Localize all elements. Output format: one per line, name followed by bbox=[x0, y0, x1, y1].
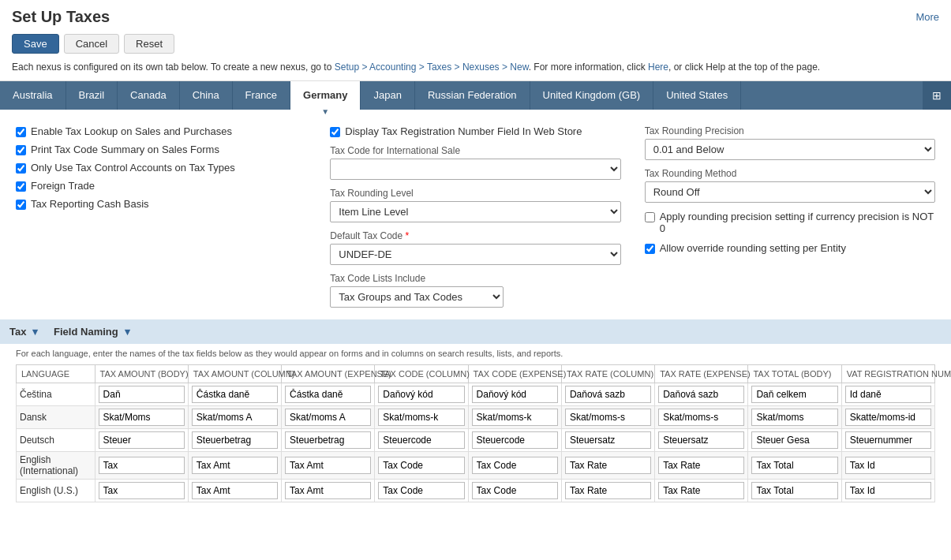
field-input[interactable] bbox=[472, 457, 558, 474]
field-cell bbox=[748, 383, 841, 406]
allow-override-label[interactable]: Allow override rounding setting per Enti… bbox=[660, 242, 846, 254]
field-input[interactable] bbox=[565, 482, 651, 499]
field-cell bbox=[561, 480, 654, 502]
tab-item-germany[interactable]: Germany bbox=[290, 81, 361, 110]
setup-link[interactable]: Setup > Accounting > Taxes > Nexuses > N… bbox=[335, 62, 529, 73]
tab-item-brazil[interactable]: Brazil bbox=[66, 81, 118, 110]
section-dot1[interactable]: ▾ bbox=[32, 326, 38, 338]
col1-checkbox-label[interactable]: Enable Tax Lookup on Sales and Purchases bbox=[31, 125, 232, 137]
section-dot2[interactable]: ▾ bbox=[125, 326, 130, 338]
field-input[interactable] bbox=[845, 457, 931, 474]
here-link[interactable]: Here bbox=[648, 62, 668, 73]
field-input[interactable] bbox=[472, 431, 558, 449]
field-input[interactable] bbox=[658, 386, 744, 403]
col1-checkbox-cb4[interactable] bbox=[16, 181, 26, 192]
tab-item-australia[interactable]: Australia bbox=[0, 81, 66, 110]
field-cell bbox=[375, 383, 468, 406]
allow-override-row: Allow override rounding setting per Enti… bbox=[645, 242, 935, 254]
field-input[interactable] bbox=[378, 431, 464, 449]
col1-checkbox-cb3[interactable] bbox=[16, 163, 26, 174]
field-input[interactable] bbox=[192, 431, 278, 449]
col1-checkbox-cb2[interactable] bbox=[16, 145, 26, 155]
tab-item-russian-federation[interactable]: Russian Federation bbox=[415, 81, 530, 110]
field-input[interactable] bbox=[751, 386, 837, 403]
field-input[interactable] bbox=[565, 431, 651, 449]
method-select[interactable]: Round OffRound UpRound Down bbox=[645, 181, 935, 203]
field-input[interactable] bbox=[845, 386, 931, 403]
apply-rounding-checkbox[interactable] bbox=[645, 212, 655, 222]
apply-rounding-label[interactable]: Apply rounding precision setting if curr… bbox=[660, 211, 935, 234]
field-input[interactable] bbox=[845, 409, 931, 426]
field-input[interactable] bbox=[99, 386, 185, 403]
col2: Display Tax Registration Number Field In… bbox=[330, 121, 620, 308]
more-link[interactable]: More bbox=[915, 11, 939, 23]
field-input[interactable] bbox=[285, 386, 371, 403]
cancel-button[interactable]: Cancel bbox=[64, 34, 119, 54]
default-tax-select[interactable]: UNDEF-DE bbox=[330, 244, 620, 265]
tab-item-united-kingdom-(gb)[interactable]: United Kingdom (GB) bbox=[530, 81, 654, 110]
display-tax-checkbox[interactable] bbox=[330, 127, 340, 137]
display-tax-label[interactable]: Display Tax Registration Number Field In… bbox=[345, 125, 582, 137]
field-input[interactable] bbox=[192, 457, 278, 474]
field-input[interactable] bbox=[751, 431, 837, 449]
field-input[interactable] bbox=[285, 457, 371, 474]
allow-override-checkbox[interactable] bbox=[645, 244, 655, 254]
field-input[interactable] bbox=[99, 482, 185, 499]
tab-item-japan[interactable]: Japan bbox=[361, 81, 414, 110]
field-input[interactable] bbox=[472, 482, 558, 499]
field-input[interactable] bbox=[845, 482, 931, 499]
field-input[interactable] bbox=[378, 409, 464, 426]
tab-item-france[interactable]: France bbox=[233, 81, 290, 110]
col1-checkbox-label[interactable]: Tax Reporting Cash Basis bbox=[31, 198, 149, 210]
field-input[interactable] bbox=[751, 409, 837, 426]
field-cell bbox=[655, 480, 748, 502]
field-input[interactable] bbox=[658, 409, 744, 426]
code-lists-field: Tax Code Lists Include Tax Groups and Ta… bbox=[330, 273, 620, 308]
field-input[interactable] bbox=[658, 431, 744, 449]
save-button[interactable]: Save bbox=[12, 34, 59, 54]
field-input[interactable] bbox=[378, 482, 464, 499]
intl-sale-select[interactable] bbox=[330, 159, 620, 180]
action-bar: Save Cancel Reset bbox=[0, 30, 951, 60]
col1-checkbox-label[interactable]: Foreign Trade bbox=[31, 180, 95, 192]
info-text: Each nexus is configured on its own tab … bbox=[0, 60, 951, 81]
field-input[interactable] bbox=[845, 431, 931, 449]
col1-checkbox-label[interactable]: Print Tax Code Summary on Sales Forms bbox=[31, 144, 219, 155]
precision-select[interactable]: 0.01 and Below0.1 and Below1 and Below bbox=[645, 139, 935, 160]
field-input[interactable] bbox=[99, 431, 185, 449]
col1-checkbox-cb5[interactable] bbox=[16, 200, 26, 210]
field-input[interactable] bbox=[192, 482, 278, 499]
field-input[interactable] bbox=[658, 482, 744, 499]
field-input[interactable] bbox=[99, 457, 185, 474]
tab-item-united-states[interactable]: United States bbox=[653, 81, 741, 110]
field-input[interactable] bbox=[751, 457, 837, 474]
field-input[interactable] bbox=[565, 386, 651, 403]
field-input[interactable] bbox=[378, 386, 464, 403]
field-input[interactable] bbox=[565, 457, 651, 474]
tab-item-canada[interactable]: Canada bbox=[118, 81, 180, 110]
field-input[interactable] bbox=[472, 409, 558, 426]
col1-checkbox-label[interactable]: Only Use Tax Control Accounts on Tax Typ… bbox=[31, 162, 235, 174]
col1-checkbox-cb1[interactable] bbox=[16, 127, 26, 137]
tab-grid-icon[interactable]: ⊞ bbox=[923, 81, 951, 110]
field-input[interactable] bbox=[378, 457, 464, 474]
field-input[interactable] bbox=[472, 386, 558, 403]
code-lists-select[interactable]: Tax Groups and Tax CodesTax Groups OnlyT… bbox=[330, 286, 504, 308]
col1-checkbox-row: Print Tax Code Summary on Sales Forms bbox=[16, 144, 306, 155]
field-cell bbox=[561, 406, 654, 429]
field-input[interactable] bbox=[192, 386, 278, 403]
field-input[interactable] bbox=[285, 482, 371, 499]
field-input[interactable] bbox=[285, 409, 371, 426]
field-input[interactable] bbox=[99, 409, 185, 426]
rounding-level-select[interactable]: Item Line LevelOrder Level bbox=[330, 201, 620, 222]
field-input[interactable] bbox=[751, 482, 837, 499]
content-area: Enable Tax Lookup on Sales and Purchases… bbox=[0, 110, 951, 514]
tab-item-china[interactable]: China bbox=[180, 81, 233, 110]
field-input[interactable] bbox=[285, 431, 371, 449]
field-input[interactable] bbox=[192, 409, 278, 426]
col-header: TAX CODE (COLUMN) bbox=[375, 365, 468, 383]
reset-button[interactable]: Reset bbox=[124, 34, 174, 54]
field-input[interactable] bbox=[565, 409, 651, 426]
method-label: Tax Rounding Method bbox=[645, 168, 935, 179]
field-input[interactable] bbox=[658, 457, 744, 474]
